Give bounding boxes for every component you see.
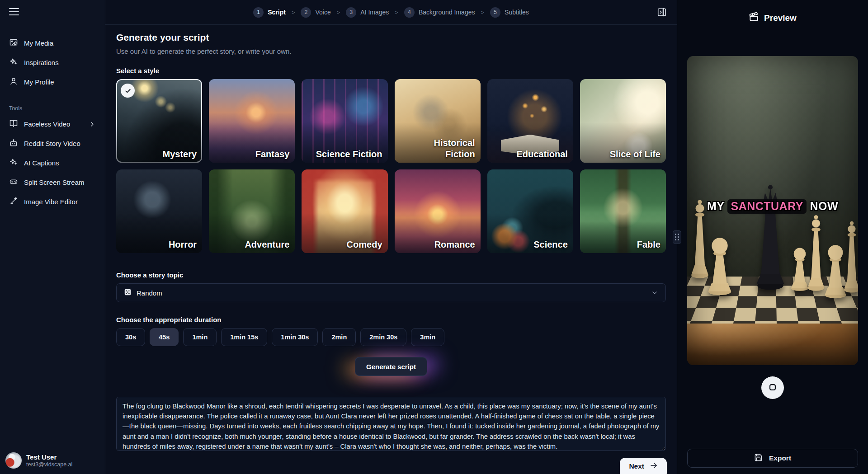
sidebar-item-faceless-video[interactable]: Faceless Video xyxy=(0,114,105,134)
sparkles-icon xyxy=(9,158,18,168)
style-card-horror[interactable]: Horror xyxy=(116,169,202,253)
sidebar-item-my-media[interactable]: My Media xyxy=(0,33,105,53)
chevron-down-icon xyxy=(651,289,658,296)
script-textarea[interactable]: The fog clung to Blackwood Manor like a … xyxy=(116,397,666,451)
duration-45s[interactable]: 45s xyxy=(150,328,179,346)
sidebar-item-reddit-story-video[interactable]: Reddit Story Video xyxy=(0,134,105,153)
sidebar-item-label: Faceless Video xyxy=(24,120,70,128)
user-account[interactable]: Test User test3@vidscape.ai xyxy=(5,452,72,469)
step-separator: > xyxy=(481,9,484,16)
preview-panel: Preview MY SANCTUARY NOW Export xyxy=(677,0,868,474)
sidebar: My Media Inspirations My Profile Tools F… xyxy=(0,0,105,474)
preview-header: Preview xyxy=(749,12,797,24)
caption-word: MY xyxy=(707,200,724,212)
duration-1min30s[interactable]: 1min 30s xyxy=(272,328,318,346)
step-number: 2 xyxy=(301,7,311,18)
duration-30s[interactable]: 30s xyxy=(116,328,145,346)
sidebar-item-my-profile[interactable]: My Profile xyxy=(0,72,105,92)
stepper: 1 Script > 2 Voice > 3 AI Images > 4 Bac… xyxy=(253,7,529,18)
chevron-right-icon xyxy=(89,121,96,128)
caption-highlight: SANCTUARY xyxy=(727,199,807,214)
style-card-fable[interactable]: Fable xyxy=(580,169,666,253)
clapperboard-icon xyxy=(749,12,759,24)
style-card-educational[interactable]: Educational xyxy=(487,79,573,163)
step-label: AI Images xyxy=(360,9,389,16)
avatar xyxy=(5,452,22,469)
sidebar-item-label: Split Screen Stream xyxy=(24,178,84,186)
step-separator: > xyxy=(292,9,295,16)
story-topic-value: Random xyxy=(137,289,162,297)
panel-resize-handle[interactable] xyxy=(673,230,681,244)
step-background-images[interactable]: 4 Background Images xyxy=(404,7,475,18)
step-voice[interactable]: 2 Voice xyxy=(301,7,330,18)
generate-script-button[interactable]: Generate script xyxy=(355,357,427,376)
sidebar-item-label: Reddit Story Video xyxy=(24,140,80,147)
step-ai-images[interactable]: 3 AI Images xyxy=(346,7,389,18)
sparkles-icon xyxy=(9,57,18,68)
sidebar-item-label: My Media xyxy=(24,39,53,47)
user-name: Test User xyxy=(26,453,72,461)
sidebar-item-split-screen-stream[interactable]: Split Screen Stream xyxy=(0,173,105,192)
step-label: Background Images xyxy=(419,9,475,16)
sidebar-item-label: My Profile xyxy=(24,78,54,86)
style-card-slice-of-life[interactable]: Slice of Life xyxy=(580,79,666,163)
duration-1min15s[interactable]: 1min 15s xyxy=(221,328,267,346)
video-preview[interactable]: MY SANCTUARY NOW xyxy=(687,56,858,365)
duration-1min[interactable]: 1min xyxy=(183,328,217,346)
sidebar-item-label: AI Captions xyxy=(24,159,59,167)
save-icon xyxy=(754,453,763,464)
story-topic-select[interactable]: Random xyxy=(116,283,666,302)
style-card-comedy[interactable]: Comedy xyxy=(302,169,387,253)
duration-2min30s[interactable]: 2min 30s xyxy=(360,328,406,346)
sidebar-item-image-vibe-editor[interactable]: Image Vibe Editor xyxy=(0,192,105,211)
book-open-icon xyxy=(9,119,18,129)
style-card-label: Science Fiction xyxy=(316,149,382,160)
step-subtitles[interactable]: 5 Subtitles xyxy=(490,7,529,18)
style-card-fantasy[interactable]: Fantasy xyxy=(209,79,295,163)
duration-section-label: Choose the appropriate duration xyxy=(116,316,666,324)
export-button-label: Export xyxy=(769,454,791,462)
duration-options: 30s 45s 1min 1min 15s 1min 30s 2min 2min… xyxy=(116,328,666,346)
panel-right-icon[interactable] xyxy=(657,7,667,17)
hamburger-icon[interactable] xyxy=(9,8,19,15)
style-card-mystery[interactable]: Mystery xyxy=(116,79,202,163)
style-card-label: Educational xyxy=(516,149,567,160)
user-icon xyxy=(9,77,18,87)
step-label: Script xyxy=(268,9,286,16)
user-email: test3@vidscape.ai xyxy=(26,461,72,468)
style-card-label: Fantasy xyxy=(255,149,290,160)
duration-2min[interactable]: 2min xyxy=(322,328,356,346)
check-icon xyxy=(121,84,135,98)
style-card-label: Historical Fiction xyxy=(428,137,475,160)
subtitle-caption: MY SANCTUARY NOW xyxy=(687,200,858,213)
style-card-label: Adventure xyxy=(245,239,289,250)
style-grid: Mystery Fantasy Science Fiction Historic… xyxy=(116,79,666,253)
next-button-label: Next xyxy=(629,462,644,470)
step-number: 5 xyxy=(490,7,500,18)
sidebar-nav: My Media Inspirations My Profile Tools F… xyxy=(0,33,105,211)
gamepad-icon xyxy=(9,177,18,188)
style-card-historical-fiction[interactable]: Historical Fiction xyxy=(395,79,481,163)
main-content: 1 Script > 2 Voice > 3 AI Images > 4 Bac… xyxy=(105,0,677,474)
style-card-adventure[interactable]: Adventure xyxy=(209,169,295,253)
style-card-science-fiction[interactable]: Science Fiction xyxy=(302,79,387,163)
sidebar-item-inspirations[interactable]: Inspirations xyxy=(0,53,105,72)
duration-3min[interactable]: 3min xyxy=(411,328,444,346)
step-separator: > xyxy=(395,9,398,16)
sidebar-item-ai-captions[interactable]: AI Captions xyxy=(0,153,105,173)
style-section-label: Select a style xyxy=(116,67,666,75)
caption-word: NOW xyxy=(810,200,838,212)
app-window: My Media Inspirations My Profile Tools F… xyxy=(0,0,868,474)
sidebar-item-label: Image Vibe Editor xyxy=(24,198,78,206)
next-button[interactable]: Next xyxy=(620,458,667,474)
style-card-label: Fable xyxy=(637,239,660,250)
step-script[interactable]: 1 Script xyxy=(253,7,286,18)
style-card-science[interactable]: Science xyxy=(487,169,573,253)
script-step-body: Generate your script Use our AI to gener… xyxy=(105,25,677,474)
stop-button[interactable] xyxy=(761,376,784,399)
export-button[interactable]: Export xyxy=(687,449,858,468)
style-card-label: Comedy xyxy=(347,239,382,250)
chess-piece xyxy=(707,230,732,298)
sidebar-item-label: Inspirations xyxy=(24,59,59,66)
style-card-romance[interactable]: Romance xyxy=(395,169,481,253)
